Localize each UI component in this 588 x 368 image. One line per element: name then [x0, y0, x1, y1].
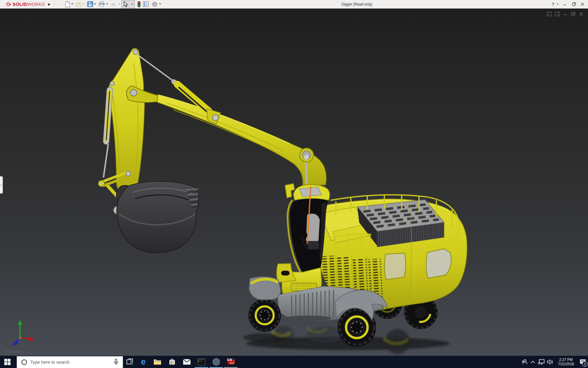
file-properties-icon: [143, 1, 149, 7]
flyout-arrow[interactable]: ▶: [48, 0, 51, 8]
document-window-controls: [547, 11, 584, 17]
edrawings-hexagon-icon: [212, 358, 220, 366]
close-icon: [581, 2, 584, 6]
save-dropdown[interactable]: [94, 3, 96, 5]
rebuild-traffic-light-icon: [137, 1, 141, 7]
taskbar-app-edge[interactable]: e: [136, 356, 151, 368]
clock-date: 7/11/2018: [554, 362, 578, 366]
people-icon: [521, 359, 527, 365]
options-dropdown[interactable]: [159, 3, 161, 5]
open-button[interactable]: [75, 1, 82, 8]
chevron-up-icon: [531, 361, 535, 363]
taskbar-app-mail[interactable]: [179, 356, 194, 368]
restore-button[interactable]: [570, 0, 578, 8]
file-explorer-icon: [153, 358, 161, 365]
help-dropdown[interactable]: [557, 4, 559, 5]
microphone-icon[interactable]: [114, 359, 119, 366]
minimize-icon: [563, 2, 567, 6]
ds-logo-icon: [5, 1, 12, 7]
new-document-button[interactable]: [64, 1, 71, 8]
windows-logo-icon: [4, 359, 11, 365]
new-document-icon: [65, 1, 70, 7]
doc-close-button[interactable]: [579, 11, 584, 17]
undo-button[interactable]: [110, 1, 117, 8]
select-tool-active[interactable]: [121, 0, 135, 8]
taskbar-app-edrawings[interactable]: [209, 356, 224, 368]
divider: [54, 0, 55, 8]
print-icon: [99, 1, 105, 7]
print-button[interactable]: [98, 1, 105, 8]
taskbar-app-file-explorer[interactable]: [150, 356, 165, 368]
open-folder-icon: [76, 2, 82, 7]
rebuild-button[interactable]: [136, 1, 142, 8]
taskbar-app-store[interactable]: [165, 356, 179, 368]
restore-icon: [572, 2, 576, 6]
sw-year: 2017: [230, 362, 235, 364]
tray-overflow-button[interactable]: [529, 356, 537, 368]
triad-x-axis: [30, 337, 35, 341]
close-button[interactable]: [578, 0, 587, 8]
window-title: Digger [Read-only]: [341, 0, 372, 8]
sw-label: SW: [227, 358, 232, 362]
command-prompt-text: C:\: [198, 360, 202, 362]
search-placeholder: Type here to search: [30, 360, 114, 365]
reference-triad[interactable]: [12, 320, 34, 346]
minimize-button[interactable]: [560, 0, 569, 8]
windows-taskbar: Type here to search e: [0, 356, 588, 368]
cab[interactable]: [277, 183, 330, 299]
action-center-button[interactable]: 2: [578, 356, 588, 368]
network-button[interactable]: [537, 356, 546, 368]
open-dropdown[interactable]: [82, 3, 85, 5]
select-dropdown[interactable]: [131, 4, 134, 5]
bucket-cylinder-left[interactable]: [103, 87, 113, 144]
bucket[interactable]: [117, 181, 198, 253]
task-view-button[interactable]: [123, 356, 137, 368]
boom-pivot[interactable]: [304, 155, 309, 160]
save-floppy-icon: [87, 1, 93, 7]
graphics-area[interactable]: *Dimetric: [0, 9, 588, 356]
search-box[interactable]: Type here to search: [17, 356, 123, 368]
system-tray: 2:27 PM 7/11/2018 2: [520, 356, 588, 368]
people-button[interactable]: [520, 356, 529, 368]
help-button[interactable]: ?: [550, 0, 556, 8]
volume-button[interactable]: [546, 356, 554, 368]
show-display-pane-button[interactable]: [555, 11, 560, 17]
triad-z-axis: [12, 340, 19, 346]
new-dropdown[interactable]: [71, 3, 74, 5]
notification-badge: 2: [582, 361, 588, 367]
cab-mirror-bracket: [285, 183, 295, 198]
options-button[interactable]: [151, 1, 158, 8]
cortana-icon: [21, 359, 27, 365]
speaker-icon: [547, 359, 553, 365]
brand-light: WORKS: [27, 2, 45, 7]
doc-restore-button[interactable]: [571, 11, 576, 17]
network-icon: [538, 359, 545, 365]
undo-icon: [111, 2, 117, 7]
select-cursor-icon: [122, 1, 130, 8]
save-button[interactable]: [87, 1, 93, 8]
microsoft-store-icon: [168, 358, 176, 366]
front-left-wheel[interactable]: [249, 299, 281, 331]
mail-icon: [183, 359, 191, 365]
task-view-icon: [126, 358, 133, 365]
rear-window-left[interactable]: [384, 253, 405, 280]
show-feature-pane-button[interactable]: [547, 11, 552, 17]
clock[interactable]: 2:27 PM 7/11/2018: [554, 358, 578, 366]
excavator-model[interactable]: [0, 9, 588, 356]
undo-dropdown[interactable]: [118, 3, 120, 5]
stick-cylinder-rod[interactable]: [306, 159, 307, 183]
view-orientation-label: *Dimetric: [6, 350, 22, 354]
options-gear-icon: [152, 1, 158, 7]
start-button[interactable]: [0, 356, 15, 368]
print-dropdown[interactable]: [106, 3, 108, 5]
solidworks-logo: SOLID WORKS: [5, 0, 45, 8]
clock-time: 2:27 PM: [554, 358, 578, 362]
file-properties-button[interactable]: [142, 1, 149, 8]
triad-y-axis: [18, 320, 22, 325]
brand-bold: SOLID: [13, 2, 27, 7]
taskbar-app-solidworks[interactable]: SW 2017: [224, 356, 238, 368]
doc-minimize-button[interactable]: [563, 11, 568, 17]
taskbar-app-command-prompt[interactable]: C:\: [194, 356, 209, 368]
feature-manager-collapsed-tab[interactable]: [0, 176, 3, 194]
titlebar: SOLID WORKS ▶: [0, 0, 588, 9]
